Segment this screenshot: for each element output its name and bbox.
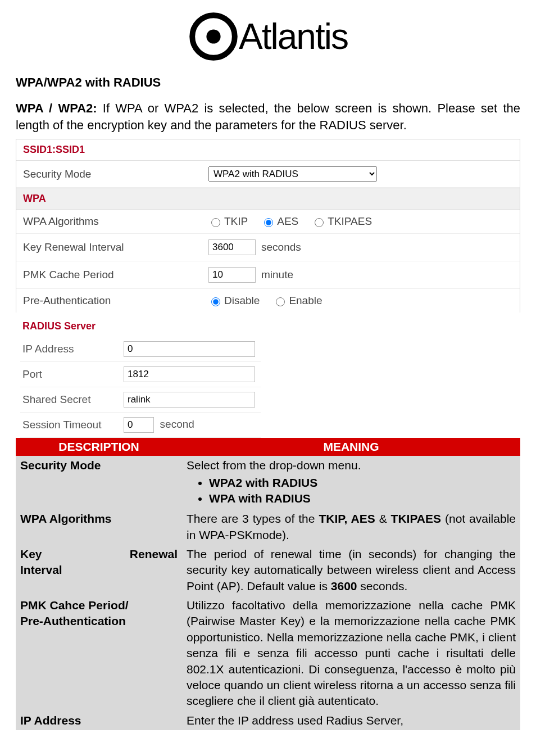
key-renewal-label: Key Renewal Interval <box>23 241 208 253</box>
row-key-renewal: Key Renewal Interval The period of renew… <box>16 545 520 596</box>
svg-point-1 <box>206 29 220 43</box>
row-security-mode: Security Mode Select from the drop-down … <box>16 456 520 509</box>
radius-table: IP Address Port Shared Secret Session Ti… <box>20 337 261 438</box>
row-wpa-algorithms: WPA Algorithms There are 3 types of the … <box>16 509 520 545</box>
row-pmk-preauth: PMK Cahce Period/ Pre-Authentication Uti… <box>16 596 520 710</box>
r1-li2: WPA with RADIUS <box>209 491 516 506</box>
intro-lead: WPA / WPA2: <box>16 101 97 115</box>
r2-label: WPA Algorithms <box>16 509 182 545</box>
key-renewal-row: Key Renewal Interval seconds <box>16 234 520 261</box>
disable-radio[interactable] <box>211 297 220 306</box>
preauth-label: Pre-Authentication <box>23 295 208 307</box>
ip-input[interactable] <box>124 341 255 357</box>
r3-label: Key Renewal Interval <box>16 545 182 596</box>
r5-meaning: Enter the IP address used Radius Server, <box>182 711 520 730</box>
secret-row: Shared Secret <box>20 387 261 413</box>
session-label: Session Timeout <box>20 413 118 438</box>
ip-row: IP Address <box>20 337 261 362</box>
security-mode-label: Security Mode <box>23 168 208 180</box>
secret-label: Shared Secret <box>20 387 118 413</box>
enable-radio[interactable] <box>276 297 285 306</box>
r3-meaning: The period of renewal time (in seconds) … <box>182 545 520 596</box>
enable-radio-label[interactable]: Enable <box>273 295 322 307</box>
form-panel: SSID1:SSID1 Security Mode WPA2 with RADI… <box>16 139 520 313</box>
logo-text: Atlantis <box>239 16 348 57</box>
second-unit: second <box>160 418 194 430</box>
r1-label: Security Mode <box>16 456 182 509</box>
disable-radio-label[interactable]: Disable <box>208 295 260 307</box>
secret-input[interactable] <box>124 392 255 408</box>
row-ip-address: IP Address Enter the IP address used Rad… <box>16 711 520 730</box>
pmk-label: PMK Cache Period <box>23 269 208 281</box>
port-row: Port <box>20 362 261 387</box>
pmk-row: PMK Cache Period minute <box>16 261 520 289</box>
wpa-algorithms-label: WPA Algorithms <box>23 215 208 228</box>
wpa-algorithms-row: WPA Algorithms TKIP AES TKIPAES <box>16 210 520 234</box>
ip-label: IP Address <box>20 337 118 362</box>
session-row: Session Timeout second <box>20 413 261 438</box>
wpa-section-header: WPA <box>16 188 520 210</box>
r2-meaning: There are 3 types of the TKIP, AES & TKI… <box>182 509 520 545</box>
atlantis-logo-icon <box>188 11 239 62</box>
r1-li1: WPA2 with RADIUS <box>209 475 516 491</box>
r4-meaning: Utilizzo facoltativo della memorizzazion… <box>182 596 520 710</box>
r5-label: IP Address <box>16 711 182 730</box>
tkip-radio[interactable] <box>211 218 220 227</box>
section-heading: WPA/WPA2 with RADIUS <box>16 75 520 90</box>
seconds-label: seconds <box>261 241 301 253</box>
tkipaes-radio[interactable] <box>315 218 324 227</box>
key-renewal-input[interactable] <box>208 239 256 255</box>
ssid-header: SSID1:SSID1 <box>16 139 520 161</box>
minute-label: minute <box>261 269 293 281</box>
aes-radio-label[interactable]: AES <box>261 215 298 228</box>
hdr-description: DESCRIPTION <box>16 438 182 456</box>
session-input[interactable] <box>124 417 154 433</box>
aes-radio[interactable] <box>264 218 273 227</box>
radius-panel: RADIUS Server IP Address Port Shared Sec… <box>16 315 520 438</box>
description-table: DESCRIPTION MEANING Security Mode Select… <box>16 438 520 730</box>
preauth-row: Pre-Authentication Disable Enable <box>16 289 520 313</box>
security-mode-select[interactable]: WPA2 with RADIUS <box>208 166 377 182</box>
tkipaes-radio-label[interactable]: TKIPAES <box>312 215 372 228</box>
security-mode-row: Security Mode WPA2 with RADIUS <box>16 161 520 188</box>
desc-header-row: DESCRIPTION MEANING <box>16 438 520 456</box>
hdr-meaning: MEANING <box>182 438 520 456</box>
pmk-input[interactable] <box>208 267 256 283</box>
r4-label: PMK Cahce Period/ Pre-Authentication <box>16 596 182 710</box>
tkip-radio-label[interactable]: TKIP <box>208 215 248 228</box>
radius-header: RADIUS Server <box>16 315 520 337</box>
r1-meaning: Select from the drop-down menu. WPA2 wit… <box>182 456 520 509</box>
intro-paragraph: WPA / WPA2: If WPA or WPA2 is selected, … <box>16 100 520 133</box>
logo-block: Atlantis <box>0 0 536 67</box>
port-label: Port <box>20 362 118 387</box>
port-input[interactable] <box>124 366 255 382</box>
